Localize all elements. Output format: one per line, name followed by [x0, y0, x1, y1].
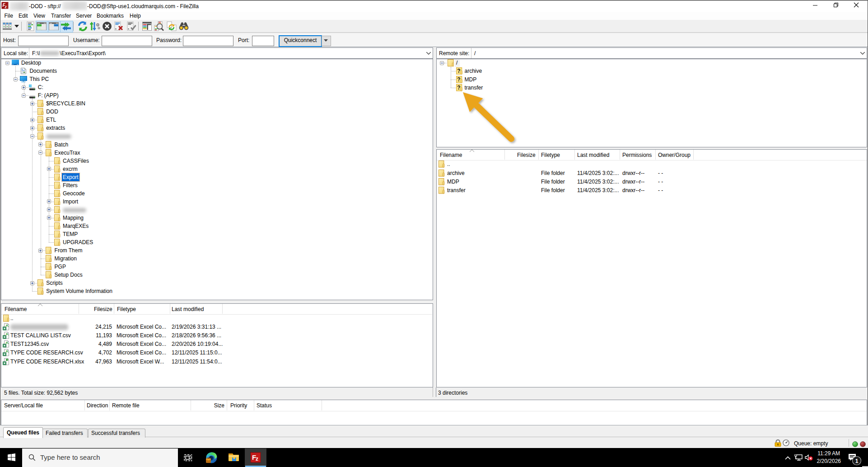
svg-text:z: z: [256, 456, 258, 462]
svg-text:?: ?: [457, 85, 460, 91]
svg-text:1: 1: [855, 458, 859, 464]
svg-text:a,: a,: [6, 323, 9, 327]
svg-text:z: z: [5, 5, 7, 9]
svg-text:?: ?: [457, 68, 460, 74]
svg-text:a,: a,: [6, 340, 9, 344]
svg-text:?: ?: [457, 76, 460, 83]
svg-text:a,: a,: [6, 332, 9, 336]
svg-text:a,: a,: [6, 349, 9, 353]
